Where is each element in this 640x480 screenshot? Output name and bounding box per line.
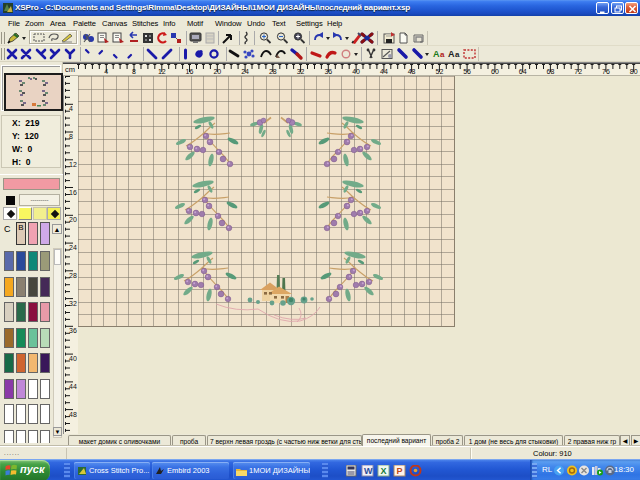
svg-text:cm: cm xyxy=(65,65,75,74)
svg-text:a: a xyxy=(440,50,445,59)
svg-text:32: 32 xyxy=(69,300,77,307)
svg-text:X: X xyxy=(381,466,387,476)
svg-text:52: 52 xyxy=(436,68,444,75)
svg-text:48: 48 xyxy=(408,68,416,75)
svg-text:76: 76 xyxy=(602,68,610,75)
svg-text:20: 20 xyxy=(213,68,221,75)
svg-text:64: 64 xyxy=(519,68,527,75)
svg-text:60: 60 xyxy=(491,68,499,75)
svg-text:28: 28 xyxy=(69,272,77,279)
svg-text:48: 48 xyxy=(69,411,77,418)
svg-text:24: 24 xyxy=(241,68,249,75)
svg-text:24: 24 xyxy=(69,244,77,251)
svg-text:a: a xyxy=(455,50,460,59)
svg-text:8: 8 xyxy=(69,133,73,140)
svg-text:44: 44 xyxy=(69,383,77,390)
svg-text:W: W xyxy=(364,466,373,476)
svg-text:12: 12 xyxy=(158,68,166,75)
svg-text:12: 12 xyxy=(69,161,77,168)
svg-text:8: 8 xyxy=(132,68,136,75)
svg-text:4: 4 xyxy=(69,105,73,112)
svg-text:36: 36 xyxy=(324,68,332,75)
svg-text:20: 20 xyxy=(69,216,77,223)
svg-text:40: 40 xyxy=(69,355,77,362)
svg-text:16: 16 xyxy=(186,68,194,75)
svg-text:P: P xyxy=(397,466,403,476)
svg-text:28: 28 xyxy=(269,68,277,75)
svg-text:A: A xyxy=(433,49,440,59)
svg-text:44: 44 xyxy=(380,68,388,75)
svg-text:36: 36 xyxy=(69,327,77,334)
svg-text:40: 40 xyxy=(352,68,360,75)
svg-text:56: 56 xyxy=(463,68,471,75)
svg-text:4: 4 xyxy=(104,68,108,75)
svg-text:32: 32 xyxy=(297,68,305,75)
svg-text:16: 16 xyxy=(69,189,77,196)
svg-text:A: A xyxy=(448,49,455,59)
svg-text:80: 80 xyxy=(630,68,638,75)
svg-text:68: 68 xyxy=(547,68,555,75)
svg-text:72: 72 xyxy=(574,68,582,75)
